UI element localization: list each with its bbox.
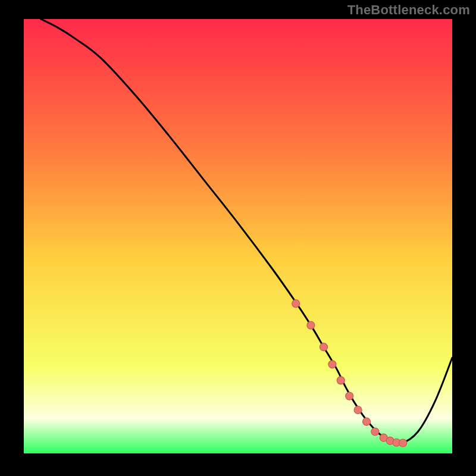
curve-marker bbox=[292, 300, 300, 308]
curve-marker bbox=[328, 361, 336, 368]
curve-marker bbox=[354, 406, 362, 414]
curve-marker bbox=[399, 439, 407, 447]
chart-frame: TheBottleneck.com bbox=[0, 0, 476, 476]
curve-marker bbox=[307, 321, 315, 329]
watermark-label: TheBottleneck.com bbox=[347, 2, 470, 18]
curve-marker bbox=[371, 428, 379, 436]
curve-marker bbox=[363, 418, 371, 425]
plot-area bbox=[24, 19, 452, 453]
curve-marker bbox=[320, 343, 328, 351]
curve-marker bbox=[346, 392, 353, 400]
gradient-background bbox=[24, 19, 452, 453]
chart-svg bbox=[24, 19, 452, 453]
curve-marker bbox=[337, 377, 345, 384]
